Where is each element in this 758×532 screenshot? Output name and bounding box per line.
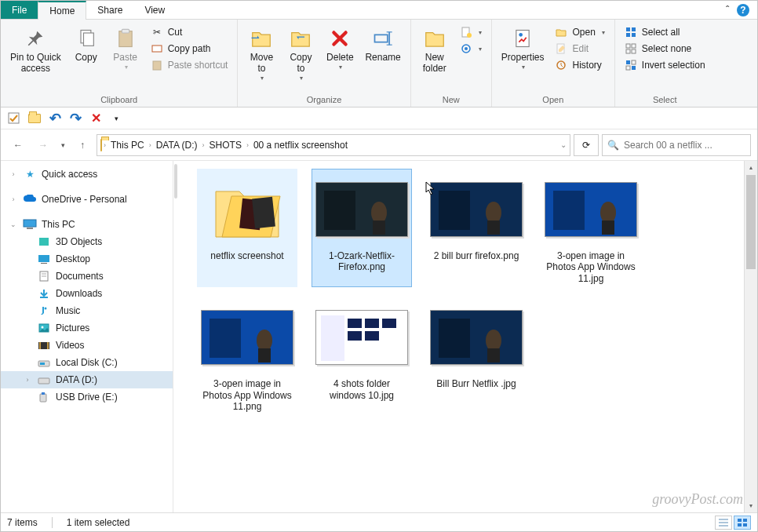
back-button[interactable]: ←: [7, 134, 29, 156]
rename-button[interactable]: Rename: [360, 23, 405, 64]
tree-item[interactable]: USB Drive (E:): [1, 388, 173, 406]
cut-button[interactable]: ✂Cut: [146, 24, 233, 40]
help-icon[interactable]: ?: [737, 4, 749, 16]
scroll-down-icon[interactable]: ▾: [745, 499, 757, 512]
chevron-right-icon[interactable]: ›: [149, 141, 151, 149]
watermark: groovyPost.com: [652, 491, 743, 508]
history-icon: [555, 59, 567, 71]
breadcrumb[interactable]: › This PC› DATA (D:)› SHOTS› 00 a netfli…: [97, 134, 570, 156]
chevron-down-icon: ▾: [261, 75, 264, 82]
svg-rect-44: [39, 342, 41, 349]
copy-to-button[interactable]: Copy to▾: [282, 23, 319, 82]
tree-item[interactable]: Music: [1, 302, 173, 319]
tree-item[interactable]: Local Disk (C:): [1, 354, 173, 371]
edit-icon: [555, 42, 567, 55]
svg-rect-6: [375, 35, 388, 42]
file-item[interactable]: 2 bill burr firefox.png: [426, 169, 527, 287]
qat-dropdown-icon[interactable]: ▾: [109, 111, 123, 126]
edit-button[interactable]: Edit: [550, 41, 609, 56]
tab-file[interactable]: File: [1, 1, 38, 19]
copy-button[interactable]: Copy: [67, 23, 105, 64]
file-item[interactable]: 3-open image in Photos App Windows 11.jp…: [541, 169, 641, 287]
properties-icon: [510, 26, 535, 51]
thumbnails-view-button[interactable]: [734, 516, 751, 530]
file-item[interactable]: 4 shots folder windows 10.jpg: [312, 297, 412, 415]
checkbox-icon[interactable]: [7, 111, 21, 126]
delete-button[interactable]: Delete▾: [321, 23, 359, 71]
file-item[interactable]: 1-Ozark-Netflix-Firefox.png: [312, 169, 412, 287]
ribbon-group-clipboard: Pin to Quick access Copy Paste▾ ✂Cut Cop…: [1, 20, 238, 107]
tree-item[interactable]: Pictures: [1, 319, 173, 337]
chevron-down-icon: ▾: [479, 46, 482, 53]
svg-rect-26: [626, 60, 630, 64]
tree-item[interactable]: Videos: [1, 337, 173, 354]
open-button[interactable]: Open▾: [550, 24, 609, 40]
easy-access-icon: [460, 42, 472, 55]
invert-selection-button[interactable]: Invert selection: [620, 57, 710, 73]
folder-item[interactable]: netflix screenshot: [197, 169, 297, 287]
chevron-right-icon[interactable]: ›: [23, 376, 32, 384]
tree-item[interactable]: 3D Objects: [1, 233, 173, 250]
tree-item-label: Videos: [56, 340, 84, 351]
new-item-button[interactable]: ▾: [455, 24, 487, 40]
search-input[interactable]: [624, 140, 745, 151]
search-box[interactable]: 🔍: [602, 134, 751, 156]
up-button[interactable]: ↑: [71, 134, 93, 156]
breadcrumb-segment[interactable]: This PC: [108, 140, 148, 151]
file-name: 1-Ozark-Netflix-Firefox.png: [315, 250, 409, 273]
folder-icon[interactable]: [27, 111, 42, 126]
recent-dropdown[interactable]: ▾: [57, 134, 68, 156]
tree-this-pc[interactable]: ⌄This PC: [1, 216, 173, 233]
tree-item[interactable]: ›DATA (D:): [1, 371, 173, 388]
breadcrumb-segment[interactable]: DATA (D:): [153, 140, 201, 151]
chevron-down-icon[interactable]: ⌄: [9, 220, 18, 228]
svg-rect-4: [152, 46, 162, 52]
select-all-button[interactable]: Select all: [620, 24, 710, 40]
tree-item[interactable]: Documents: [1, 268, 173, 285]
tree-item[interactable]: Desktop: [1, 250, 173, 268]
tab-share[interactable]: Share: [86, 1, 133, 19]
forward-button[interactable]: →: [32, 134, 54, 156]
file-item[interactable]: 3-open image in Photos App Windows 11.pn…: [197, 297, 297, 415]
refresh-button[interactable]: ⟳: [574, 134, 599, 156]
vertical-scrollbar[interactable]: ▴ ▾: [744, 161, 757, 512]
easy-access-button[interactable]: ▾: [455, 41, 487, 56]
undo-icon[interactable]: ↶: [48, 111, 62, 126]
scrollbar-thumb[interactable]: [746, 175, 756, 269]
chevron-right-icon[interactable]: ›: [246, 141, 249, 149]
properties-button[interactable]: Properties▾: [497, 23, 549, 71]
svg-rect-79: [487, 348, 500, 363]
tab-home[interactable]: Home: [38, 1, 86, 20]
breadcrumb-segment[interactable]: 00 a netflix screenshot: [250, 140, 351, 151]
new-folder-icon: [422, 26, 447, 51]
tab-view[interactable]: View: [133, 1, 176, 19]
svg-rect-49: [40, 394, 46, 402]
chevron-right-icon[interactable]: ›: [202, 141, 205, 149]
tree-onedrive[interactable]: ›OneDrive - Personal: [1, 191, 173, 208]
tree-quick-access[interactable]: ›★Quick access: [1, 166, 173, 183]
chevron-right-icon[interactable]: ›: [9, 195, 18, 203]
file-item[interactable]: Bill Burr Netflix .jpg: [426, 297, 527, 415]
chevron-right-icon[interactable]: ›: [104, 141, 106, 149]
paste-button[interactable]: Paste▾: [107, 23, 144, 71]
svg-rect-62: [553, 191, 585, 230]
ribbon-collapse-icon[interactable]: ˆ: [726, 5, 729, 16]
scroll-up-icon[interactable]: ▴: [745, 161, 757, 174]
redo-icon[interactable]: ↷: [68, 111, 82, 126]
delete-x-icon[interactable]: ✕: [89, 111, 103, 126]
file-list: netflix screenshot1-Ozark-Netflix-Firefo…: [178, 161, 744, 512]
new-folder-button[interactable]: New folder: [416, 23, 454, 75]
chevron-down-icon[interactable]: ⌄: [560, 140, 567, 149]
chevron-right-icon[interactable]: ›: [9, 170, 18, 178]
pin-to-quick-access-button[interactable]: Pin to Quick access: [5, 23, 66, 75]
svg-rect-83: [738, 519, 742, 522]
move-to-button[interactable]: Move to▾: [242, 23, 280, 82]
history-button[interactable]: History: [550, 57, 609, 73]
breadcrumb-segment[interactable]: SHOTS: [206, 140, 245, 151]
select-none-button[interactable]: Select none: [620, 41, 710, 56]
tree-item[interactable]: Downloads: [1, 285, 173, 302]
ribbon-group-new: New folder ▾ ▾ New: [411, 20, 492, 107]
paste-shortcut-button[interactable]: Paste shortcut: [146, 57, 233, 73]
details-view-button[interactable]: [715, 516, 732, 530]
copy-path-button[interactable]: Copy path: [146, 41, 233, 56]
